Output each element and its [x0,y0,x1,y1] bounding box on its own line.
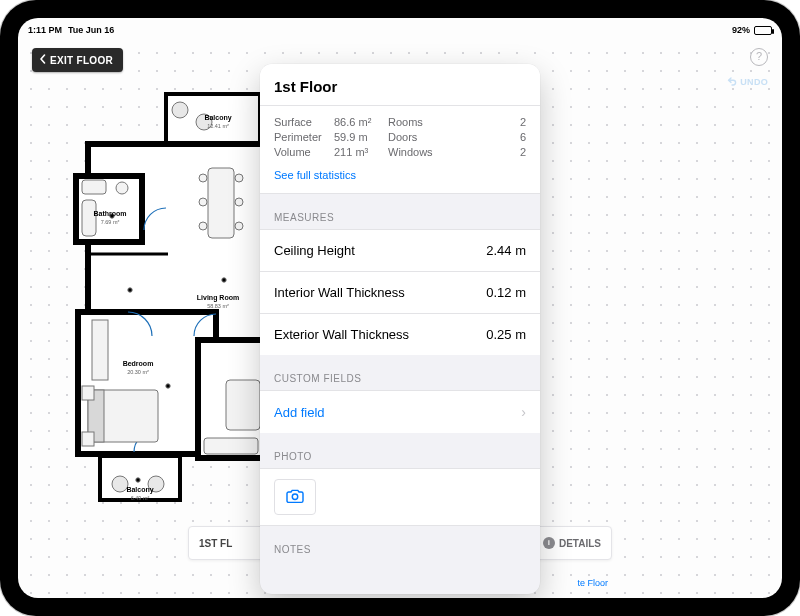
svg-point-14 [199,174,207,182]
svg-point-15 [235,174,243,182]
panel-title: 1st Floor [260,64,540,106]
room-label-living: Living Room [197,294,239,302]
row-interior-wall[interactable]: Interior Wall Thickness 0.12 m [260,271,540,313]
svg-text:20.30 m²: 20.30 m² [127,369,149,375]
row-ceiling-height[interactable]: Ceiling Height 2.44 m [260,229,540,271]
camera-icon [285,488,305,507]
room-label-balcony-bot: Balcony [126,486,153,494]
svg-rect-25 [92,320,108,380]
svg-point-21 [128,288,132,292]
svg-point-32 [172,102,188,118]
interior-wall-value: 0.12 m [486,285,526,300]
stat-windows: 2 [444,146,526,158]
svg-point-23 [166,384,170,388]
svg-point-19 [235,222,243,230]
measures-header: MEASURES [260,194,540,229]
help-button[interactable]: ? [750,48,768,66]
chevron-right-icon: › [521,404,526,420]
info-icon: i [543,537,555,549]
svg-point-11 [116,182,128,194]
room-label-balcony-top: Balcony [204,114,231,122]
add-field-button[interactable]: Add field › [260,390,540,433]
room-label-bedroom: Bedroom [123,360,154,367]
svg-point-18 [199,222,207,230]
screen: 1:11 PM Tue Jun 16 92% EXIT FLOOR ? [18,18,782,598]
svg-rect-10 [82,180,106,194]
help-icon: ? [756,50,762,62]
undo-button[interactable]: UNDO [727,76,768,88]
svg-rect-31 [204,438,258,454]
svg-rect-12 [82,200,96,236]
svg-rect-29 [82,432,94,446]
exit-floor-button[interactable]: EXIT FLOOR [32,48,123,72]
svg-text:6.49 m²: 6.49 m² [131,495,150,501]
stat-volume: 211 m³ [334,146,388,158]
duplicate-floor-button[interactable]: te Floor [577,578,608,588]
see-full-stats-link[interactable]: See full statistics [274,161,526,191]
stat-rooms: 2 [444,116,526,128]
svg-rect-5 [100,456,180,500]
panel-stats: Surface 86.6 m² Rooms 2 Perimeter 59.9 m… [260,106,540,194]
svg-point-24 [136,478,140,482]
details-button[interactable]: i DETAILS [543,537,601,549]
row-exterior-wall[interactable]: Exterior Wall Thickness 0.25 m [260,313,540,355]
undo-icon [727,76,737,88]
svg-text:12.41 m²: 12.41 m² [207,123,229,129]
svg-text:58.83 m²: 58.83 m² [207,303,229,309]
undo-label: UNDO [740,77,768,87]
svg-point-17 [235,198,243,206]
svg-point-41 [292,494,297,499]
exit-floor-label: EXIT FLOOR [50,55,113,66]
add-photo-button[interactable] [274,479,316,515]
floorplan-canvas[interactable]: Balcony 12.41 m² Bathroom 7.69 m² Living… [48,90,288,510]
status-date: Tue Jun 16 [68,25,114,35]
svg-point-22 [222,278,226,282]
svg-rect-13 [208,168,234,238]
ceiling-height-value: 2.44 m [486,243,526,258]
svg-rect-28 [82,386,94,400]
stat-doors: 6 [444,131,526,143]
svg-text:7.69 m²: 7.69 m² [101,219,120,225]
floor-details-panel: 1st Floor Surface 86.6 m² Rooms 2 Perime… [260,64,540,594]
battery-icon [754,26,772,35]
svg-point-16 [199,198,207,206]
details-label: DETAILS [559,538,601,549]
stat-perimeter: 59.9 m [334,131,388,143]
svg-rect-30 [226,380,260,430]
status-bar: 1:11 PM Tue Jun 16 92% [18,22,782,38]
custom-fields-header: CUSTOM FIELDS [260,355,540,390]
status-time: 1:11 PM [28,25,62,35]
stat-surface: 86.6 m² [334,116,388,128]
ipad-frame: 1:11 PM Tue Jun 16 92% EXIT FLOOR ? [0,0,800,616]
notes-header: NOTES [260,526,540,561]
battery-pct: 92% [732,25,750,35]
photo-header: PHOTO [260,433,540,468]
exterior-wall-value: 0.25 m [486,327,526,342]
chevron-left-icon [38,54,48,66]
room-label-bathroom: Bathroom [93,210,126,217]
